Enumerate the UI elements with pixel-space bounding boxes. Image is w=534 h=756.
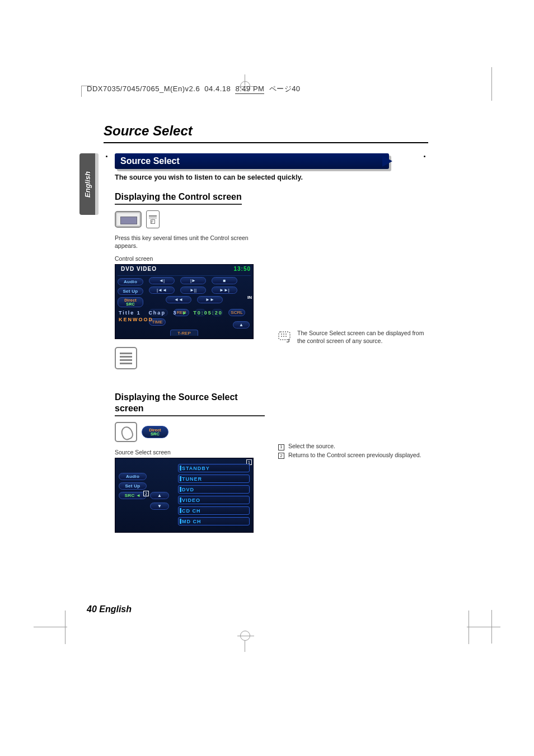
status-title: Title 1	[119, 310, 141, 316]
print-page-ref: ページ40	[269, 84, 301, 93]
svg-point-5	[283, 336, 284, 337]
transport-playpause[interactable]: ►||	[180, 287, 206, 294]
physical-button-icon	[115, 211, 142, 228]
control-screen-figure: DVD VIDEO 13:50 Audio Set Up DirectSRC ◄…	[115, 264, 254, 339]
print-doc-name: DDX7035/7045/7065_M(En)v2.6	[87, 84, 200, 93]
sidebtn-direct-src[interactable]: DirectSRC	[118, 297, 143, 307]
crop-mark-br	[467, 627, 500, 638]
ref-item-2: 2 Returns to the Control screen previous…	[278, 451, 428, 459]
ref-text-1: Select the source.	[288, 443, 335, 449]
crop-mark-bl	[34, 627, 67, 638]
page-title: Source Select	[104, 123, 428, 139]
ref-item-1: 1 Select the source.	[278, 442, 428, 450]
status-chap-label: Chap	[148, 310, 166, 316]
crop-mark	[491, 610, 492, 644]
section-banner: Source Select	[115, 153, 389, 169]
src-sidebtn-audio[interactable]: Audio	[119, 473, 147, 480]
src-item-cdch[interactable]: CD CH	[178, 506, 250, 515]
section2-heading: Displaying the Source Select screen	[115, 392, 265, 416]
svg-rect-0	[279, 332, 290, 340]
note-text: The Source Select screen can be displaye…	[297, 329, 428, 345]
demo-note: The Source Select screen can be displaye…	[278, 329, 428, 345]
footer-tab[interactable]: T-REP	[170, 330, 198, 336]
status-brand: KENWOOD	[119, 317, 153, 322]
ref-text-2: Returns to the Control screen previously…	[288, 452, 421, 458]
in-indicator: IN	[247, 295, 252, 300]
status-chap-num: 3	[173, 310, 177, 316]
transport-rew[interactable]: ◄◄	[166, 296, 191, 303]
intro-text: The source you wish to listen to can be …	[115, 173, 428, 181]
section1-heading: Displaying the Control screen	[115, 191, 242, 205]
finger-touch-icon	[115, 422, 137, 442]
title-rule	[104, 142, 428, 143]
direct-src-l2: SRC	[151, 432, 160, 436]
crop-mark	[491, 67, 492, 101]
transport-stop[interactable]: ■	[212, 277, 237, 284]
src-down-button[interactable]: ▼	[150, 503, 169, 510]
svg-point-4	[281, 336, 282, 337]
source-screen-caption: Source Select screen	[115, 449, 265, 456]
device-front-icon: •F	[146, 210, 160, 228]
sidebtn-setup[interactable]: Set Up	[118, 288, 143, 295]
page-content: English Source Select Source Select The …	[104, 123, 428, 533]
side-tab-label: English	[83, 171, 92, 198]
ref-num-2: 2	[278, 453, 284, 459]
print-time: 8:49 PM	[235, 84, 264, 93]
callout-reference-list: 1 Select the source. 2 Returns to the Co…	[278, 442, 428, 459]
page-number: 40	[87, 604, 97, 614]
sidebtn-audio[interactable]: Audio	[118, 278, 143, 285]
svg-point-6	[285, 336, 287, 337]
ref-num-1: 1	[278, 444, 284, 450]
src-item-standby[interactable]: STANDBY	[178, 464, 250, 472]
source-select-screen-figure: 1 Audio Set Up SRC ◄ 2 ▲ ▼ STANDBY TUNER…	[115, 458, 254, 533]
transport-step-back[interactable]: ◄|	[149, 277, 175, 284]
banner-arrow-icon	[382, 156, 392, 167]
control-screen-title: DVD VIDEO	[118, 266, 157, 275]
status-play-icon: ►	[182, 310, 188, 316]
demonstration-icon	[278, 330, 293, 342]
device-face-icon	[115, 347, 137, 369]
print-date: 04.4.18	[204, 84, 231, 93]
print-job-header: DDX7035/7045/7065_M(En)v2.6 04.4.18 8:49…	[87, 84, 301, 94]
control-screen-clock: 13:50	[233, 266, 251, 275]
hardware-button-row: •F	[115, 210, 265, 228]
page-footer-lang: English	[99, 604, 132, 614]
status-time: T0:05:20	[193, 310, 223, 316]
svg-point-2	[283, 334, 284, 335]
control-screen-caption: Control screen	[115, 255, 265, 262]
transport-ff[interactable]: ►►	[197, 296, 223, 303]
tag-scrl[interactable]: SCRL	[228, 309, 245, 316]
svg-point-1	[281, 334, 282, 335]
src-sidebtn-setup[interactable]: Set Up	[119, 482, 147, 490]
transport-prev[interactable]: |◄◄	[149, 287, 175, 294]
language-side-tab: English	[79, 153, 95, 215]
transport-next[interactable]: ►►|	[212, 287, 237, 294]
transport-step-fwd[interactable]: |►	[180, 277, 206, 284]
src-item-dvd[interactable]: DVD	[178, 485, 250, 494]
callout-badge-2: 2	[143, 491, 149, 496]
touch-button-row: Direct SRC	[115, 422, 265, 442]
svg-point-3	[285, 334, 287, 335]
src-item-mdch[interactable]: MD CH	[178, 517, 250, 525]
eject-button[interactable]: ▲	[233, 321, 250, 328]
src-item-video[interactable]: VIDEO	[178, 496, 250, 504]
banner-label: Source Select	[115, 153, 389, 169]
crop-mark-center-bot	[239, 635, 250, 646]
src-sidebtn-src[interactable]: SRC ◄	[119, 492, 147, 499]
section1-instruction: Press this key several times unit the Co…	[115, 234, 265, 250]
page-footer: 40 English	[87, 604, 132, 614]
direct-src-button[interactable]: Direct SRC	[142, 426, 168, 438]
src-up-button[interactable]: ▲	[150, 492, 169, 499]
src-item-tuner[interactable]: TUNER	[178, 475, 250, 483]
